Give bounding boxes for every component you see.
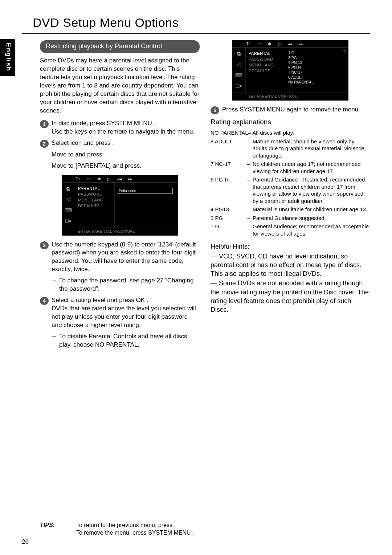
page-number: 26 xyxy=(22,538,29,546)
tips-bar: TIPS: To return to the previous menu, pr… xyxy=(40,519,370,537)
step-1: 1 In disc mode, press SYSTEM MENU . Use … xyxy=(40,119,200,136)
osd1-content: Enter code xyxy=(115,183,178,228)
step3-body: Use the numeric keypad (0-9) to enter ‘1… xyxy=(52,241,200,274)
step3-sub: To change the password, see page 27 “Cha… xyxy=(51,277,200,293)
osd1-topbar: T↕ ▭ ✱ ▷ ◂◂ ▸▸ xyxy=(62,175,178,183)
hint-1: — VCD, SVCD, CD have no level indication… xyxy=(211,252,370,278)
osd-preview-2: T↕ ▭ ✱ ▷ ◂◂ ▸▸ ⧉ ◁ ⌨ ◻▸ PARENTAL PASSWOR… xyxy=(232,40,348,101)
step2-sub1: Move to and press . xyxy=(52,151,200,159)
rating-row: 7 NC-17–No children under age 17; not re… xyxy=(211,160,370,175)
step-number-4: 4 xyxy=(40,297,49,305)
step-number-5: 5 xyxy=(211,106,219,114)
step4-sub: To disable Parental Controls and have al… xyxy=(51,332,200,349)
rating-row: 4 PG13–Material is unsuitable for childr… xyxy=(211,206,370,213)
rating-no-parental: NO PARENTAL – All discs will play. xyxy=(211,129,370,136)
step2-line1: Select icon and press . xyxy=(52,139,200,148)
right-column: T↕ ▭ ✱ ▷ ◂◂ ▸▸ ⧉ ◁ ⌨ ◻▸ PARENTAL PASSWOR… xyxy=(211,40,370,352)
step1-line1: In disc mode, press SYSTEM MENU . xyxy=(52,120,155,127)
step-3: 3 Use the numeric keypad (0-9) to enter … xyxy=(40,241,200,274)
rating-row: 6 PG-R–Parental Guidance - Restricted; r… xyxy=(211,176,370,204)
osd-preview-1: T↕ ▭ ✱ ▷ ◂◂ ▸▸ ⧉ ◁ ⌨ ◻▸ PARENTAL PASSWOR… xyxy=(62,175,178,236)
rating-row: 1 G–General Audience; recommended as acc… xyxy=(211,223,370,237)
step4-line1: Select a rating level and press OK . xyxy=(52,297,148,303)
hint-2: — Some DVDs are not encoded with a ratin… xyxy=(211,279,370,314)
step1-line2: Use the keys on the remote to navigate i… xyxy=(52,128,195,135)
section-header: Restricting playback by Parental Control xyxy=(40,40,200,53)
language-tab: English xyxy=(0,39,15,76)
step4-line2: DVDs that are rated above the level you … xyxy=(52,305,196,328)
tips-text: To return to the previous menu, press . … xyxy=(76,521,370,537)
osd2-options: ▽ 1 G 3 PG 4 PG 13 6 PG-R 7 NC-17 8 ADUL… xyxy=(285,48,348,93)
step-number-3: 3 xyxy=(40,241,49,249)
left-column: Restricting playback by Parental Control… xyxy=(22,40,200,352)
rating-row: 8 ADULT–Mature material; should be viewe… xyxy=(211,138,370,159)
osd1-enter-code: Enter code xyxy=(117,188,173,194)
page-title: DVD Setup Menu Options xyxy=(33,15,370,31)
rating-row: 3 PG–Parental Guidance suggested. xyxy=(211,215,370,222)
tips-label: TIPS: xyxy=(40,521,76,537)
step-5: 5 Press SYSTEM MENU again to remove the … xyxy=(211,106,370,114)
title-rule xyxy=(22,33,370,34)
osd1-menu: PARENTAL PASSWORD MENU LANG DEFAULTS xyxy=(75,183,115,228)
osd1-sidebar: ⧉ ◁ ⌨ ◻▸ xyxy=(62,183,75,228)
dropdown-icon: ▽ xyxy=(343,50,346,54)
hints-heading: Helpful Hints: xyxy=(211,242,370,251)
step-number-2: 2 xyxy=(40,140,49,148)
step2-sub2: Move to {PARENTAL} and press. xyxy=(52,162,200,170)
step5-body: Press SYSTEM MENU again to remove the me… xyxy=(222,106,370,114)
osd2-sidebar: ⧉ ◁ ⌨ ◻▸ xyxy=(232,48,245,93)
osd2-status: SET PARENTAL CONTROL xyxy=(232,93,348,101)
step-number-1: 1 xyxy=(40,120,49,128)
step-4: 4 Select a rating level and press OK . D… xyxy=(40,296,200,330)
osd1-status: ENTER PARENTAL PASSWORD xyxy=(62,228,178,236)
step-2: 2 Select icon and press . xyxy=(40,139,200,148)
intro-paragraph: Some DVDs may have a parental level assi… xyxy=(40,57,200,115)
osd2-menu: PARENTAL PASSWORD MENU LANG DEFAULTS xyxy=(245,48,285,93)
ratings-heading: Rating explanations xyxy=(211,117,370,127)
osd2-topbar: T↕ ▭ ✱ ▷ ◂◂ ▸▸ xyxy=(232,40,348,48)
